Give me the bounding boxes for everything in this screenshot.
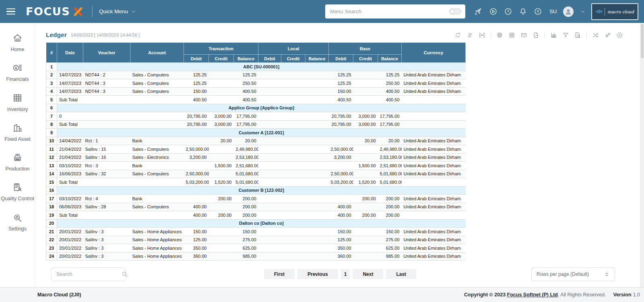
table-row[interactable]: 16Customer B [122-002] bbox=[46, 186, 466, 195]
export-icon[interactable] bbox=[533, 32, 539, 39]
col-local-debit[interactable]: Debit bbox=[258, 55, 281, 63]
history-clock-icon[interactable] bbox=[504, 7, 512, 16]
rows-per-page-label: Rows per page (Default) bbox=[537, 271, 604, 277]
group-header-cell: Dalton co [Dalton co] bbox=[57, 219, 466, 228]
ledger-table: # Date Voucher Account Transaction Local… bbox=[46, 42, 466, 261]
scrollbar-thumb[interactable] bbox=[641, 24, 644, 58]
col-num[interactable]: # bbox=[46, 43, 57, 63]
preview-icon[interactable] bbox=[574, 32, 581, 39]
table-row[interactable]: 5Sub Total400.50400.50400.50400.50 bbox=[46, 96, 466, 104]
menu-search-toggle[interactable] bbox=[449, 8, 461, 14]
sidebar-item-fixed-asset[interactable]: Fixed Asset bbox=[1, 122, 35, 142]
macro-cloud-badge[interactable]: </> macro cloud bbox=[591, 3, 638, 20]
mail-icon[interactable] bbox=[520, 32, 527, 39]
table-row[interactable]: 15Sub Total5,03,200.001,520.005,01,680.0… bbox=[46, 178, 466, 187]
col-base-credit[interactable]: Credit bbox=[353, 55, 378, 63]
sidebar-item-financials[interactable]: Financials bbox=[1, 62, 35, 82]
table-row[interactable]: 414/07/2023NDT44 : 3Sales - Computers150… bbox=[46, 87, 466, 96]
col-transaction-debit[interactable]: Debit bbox=[184, 55, 209, 63]
col-voucher[interactable]: Voucher bbox=[83, 43, 130, 63]
table-search-input[interactable] bbox=[56, 271, 121, 277]
launch-icon[interactable] bbox=[474, 7, 483, 16]
page-title: Ledger bbox=[46, 31, 67, 39]
settings-gear-icon[interactable] bbox=[604, 32, 611, 39]
table-row[interactable]: 20Dalton co [Dalton co] bbox=[46, 219, 466, 228]
table-row[interactable]: 214/07/2023NDT44 : 2Sales - Computers125… bbox=[46, 71, 466, 79]
user-initials: SU bbox=[549, 8, 557, 14]
filter-icon[interactable] bbox=[562, 32, 569, 39]
vertical-scrollbar[interactable] bbox=[640, 23, 644, 287]
toolbar-separator bbox=[586, 32, 587, 39]
col-base-balance[interactable]: Balance bbox=[378, 55, 402, 63]
close-circle-icon[interactable] bbox=[616, 32, 623, 39]
col-transaction-balance[interactable]: Balance bbox=[234, 55, 258, 63]
sort-icon[interactable] bbox=[466, 32, 473, 39]
menu-search-input[interactable] bbox=[330, 8, 449, 14]
col-local-balance[interactable]: Balance bbox=[305, 55, 329, 63]
pagination-current-page[interactable]: 1 bbox=[341, 269, 350, 279]
group-header-cell: Customer B [122-002] bbox=[57, 186, 466, 195]
col-account[interactable]: Account bbox=[130, 43, 184, 63]
chart-icon[interactable] bbox=[550, 32, 557, 39]
sidebar-item-quality-control[interactable]: Quality Control bbox=[1, 182, 35, 202]
table-row[interactable]: 2420/01/2022SalInv : 3Sales - Home Appli… bbox=[46, 252, 466, 261]
table-row[interactable]: 1ABC [SU-000001] bbox=[46, 63, 466, 71]
table-row[interactable]: 314/07/2023NDT44 : 3Sales - Computers125… bbox=[46, 79, 466, 88]
table-row[interactable]: 9Customer A [122-001] bbox=[46, 129, 466, 137]
quick-menu-label: Quick Menu bbox=[99, 8, 128, 14]
profile-chevron-down-icon[interactable] bbox=[580, 9, 586, 14]
focus-logo[interactable]: FOCUS bbox=[26, 5, 83, 18]
table-row[interactable]: 1806/06/2023SalInv : 28Sales - Computers… bbox=[46, 203, 466, 211]
help-icon[interactable] bbox=[534, 7, 542, 16]
sidebar-item-home[interactable]: Home bbox=[1, 33, 35, 53]
quick-menu-button[interactable]: Quick Menu bbox=[99, 8, 136, 14]
col-date[interactable]: Date bbox=[57, 43, 83, 63]
pagination-previous-button[interactable]: Previous bbox=[297, 269, 338, 279]
col-currency[interactable]: Currency bbox=[402, 43, 466, 63]
sidebar-item-production[interactable]: Production bbox=[1, 152, 35, 172]
play-circle-icon[interactable] bbox=[489, 7, 497, 16]
page-header: Ledger 14/09/2023 [ 14/09/2023 14:44:56 … bbox=[36, 23, 644, 42]
print-icon[interactable] bbox=[496, 32, 503, 39]
table-row[interactable]: 1703/10/2022Rct : 4Bank200.00200.00200.0… bbox=[46, 195, 466, 203]
production-icon bbox=[12, 152, 23, 163]
col-local-credit[interactable]: Credit bbox=[281, 55, 305, 63]
table-row[interactable]: 1303/10/2022Rct : 3Bank1,500.002,51,680.… bbox=[46, 162, 466, 170]
subtotal-label-cell: Sub Total bbox=[57, 178, 184, 187]
app-window: FOCUS Quick Menu SU </> macro cloud bbox=[0, 0, 644, 302]
col-base-debit[interactable]: Debit bbox=[329, 55, 353, 63]
table-row[interactable]: 2320/01/2022SalInv : 3Sales - Home Appli… bbox=[46, 244, 466, 253]
sidebar-item-settings[interactable]: Settings bbox=[1, 212, 35, 232]
rows-per-page-select[interactable]: Rows per page (Default) bbox=[531, 267, 615, 281]
avatar[interactable] bbox=[563, 6, 574, 17]
table-row[interactable]: 7020,795.003,000.0017,795.0020,795.003,0… bbox=[46, 112, 466, 121]
inventory-icon bbox=[12, 92, 23, 103]
copyright-prefix: Copyright © 2023 bbox=[464, 292, 507, 298]
col-base[interactable]: Base bbox=[329, 43, 402, 55]
code-icon: </> bbox=[596, 8, 602, 14]
table-row[interactable]: 1221/04/2022SalInv : 16Sales - Electroni… bbox=[46, 153, 466, 162]
refresh-icon[interactable] bbox=[454, 32, 461, 39]
table-row[interactable]: 2220/01/2022SalInv : 3Sales - Home Appli… bbox=[46, 236, 466, 244]
shuffle-icon[interactable] bbox=[592, 32, 599, 39]
sidebar-item-inventory[interactable]: Inventory bbox=[1, 92, 35, 113]
table-row[interactable]: 8Sub Total20,795.003,000.0017,795.0020,7… bbox=[46, 120, 466, 129]
col-transaction-credit[interactable]: Credit bbox=[209, 55, 234, 63]
col-local[interactable]: Local bbox=[258, 43, 329, 55]
company-link[interactable]: Focus Softnet (P) Ltd bbox=[507, 292, 558, 298]
col-transaction[interactable]: Transaction bbox=[184, 43, 258, 55]
table-row[interactable]: 6Applico Group [Applico Group] bbox=[46, 104, 466, 112]
table-row[interactable]: 1416/06/2023SalInv : 32Sales - Computers… bbox=[46, 170, 466, 178]
excel-icon[interactable] bbox=[508, 32, 515, 39]
pagination-first-button[interactable]: First bbox=[264, 269, 295, 279]
table-row[interactable]: 19Sub Total400.00200.00200.00400.00200.0… bbox=[46, 211, 466, 220]
table-row[interactable]: 2120/01/2022SalInv : 3Sales - Home Appli… bbox=[46, 228, 466, 236]
fit-width-icon[interactable] bbox=[479, 32, 485, 39]
notifications-bell-icon[interactable] bbox=[519, 7, 527, 16]
table-row[interactable]: 1121/04/2022SalInv : 15Sales - Computers… bbox=[46, 145, 466, 154]
table-row[interactable]: 1014/04/2022Rct : 1Bank20.0020.0020.0020… bbox=[46, 137, 466, 145]
pagination-last-button[interactable]: Last bbox=[386, 269, 416, 279]
hamburger-menu-icon[interactable] bbox=[6, 8, 15, 15]
pagination-next-button[interactable]: Next bbox=[353, 269, 383, 279]
version-value: 1.0 bbox=[633, 292, 640, 298]
